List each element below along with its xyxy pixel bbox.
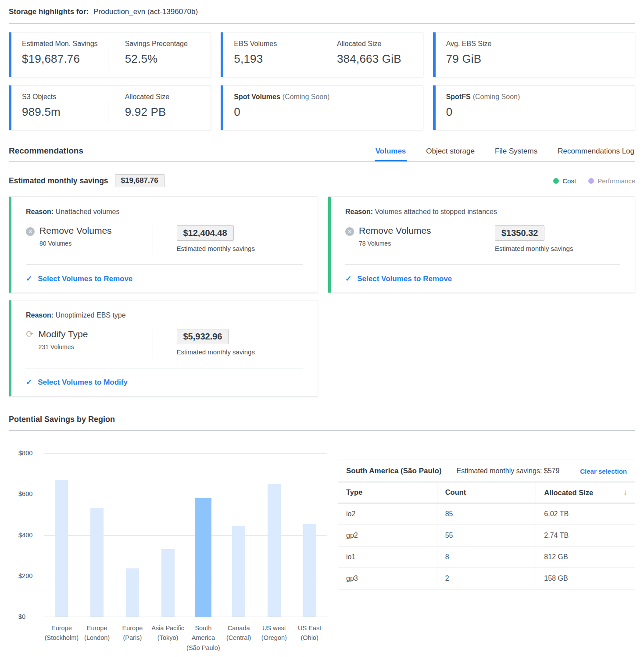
card-divider bbox=[26, 264, 303, 265]
cell-allocated-size: 6.02 TB bbox=[536, 503, 635, 525]
storage-highlight-cards: Estimated Mon. Savings $19,687.76 Saving… bbox=[9, 32, 635, 130]
y-axis-tick: $800 bbox=[18, 450, 32, 457]
table-row[interactable]: gp3 2 158 GB bbox=[338, 568, 635, 589]
column-count[interactable]: Count bbox=[437, 482, 536, 503]
cta-label: Select Volumes to Modify bbox=[38, 378, 128, 387]
bar[interactable] bbox=[90, 508, 104, 617]
stat-value: 52.5% bbox=[125, 52, 211, 66]
bar-column[interactable] bbox=[150, 453, 186, 617]
recommendations-title: Recommendations bbox=[9, 146, 83, 161]
stat-s3-allocated-size: Allocated Size 9.92 PB bbox=[108, 86, 211, 130]
bar[interactable] bbox=[126, 568, 139, 617]
x-axis-label: Asia Pacific(Tokyo) bbox=[150, 623, 186, 653]
bar[interactable] bbox=[268, 484, 281, 617]
y-axis-tick: $600 bbox=[18, 490, 32, 497]
cell-allocated-size: 2.74 TB bbox=[536, 525, 635, 546]
y-axis-tick: $400 bbox=[18, 532, 32, 539]
card-divider bbox=[345, 264, 620, 265]
stat-ebs-volumes: EBS Volumes 5,193 bbox=[223, 32, 320, 77]
bar-column[interactable] bbox=[292, 453, 327, 617]
savings-summary-label: Estimated monthly savings bbox=[9, 176, 108, 186]
bar-column[interactable] bbox=[257, 453, 292, 617]
bar[interactable] bbox=[303, 524, 316, 617]
card-estimated-savings: Estimated Mon. Savings $19,687.76 Saving… bbox=[9, 32, 211, 77]
tab-volumes[interactable]: Volumes bbox=[375, 147, 407, 161]
card-ebs-volumes: EBS Volumes 5,193 Allocated Size 384,663… bbox=[221, 32, 423, 77]
reco-savings: $5,932.96 Estimated monthly savings bbox=[153, 329, 304, 356]
savings-summary-value: $19,687.76 bbox=[115, 174, 165, 187]
recommendation-cards: Reason: Unattached volumes ✕ Remove Volu… bbox=[9, 196, 635, 396]
select-volumes-to-modify-link[interactable]: ✓ Select Volumes to Modify bbox=[26, 378, 303, 387]
stat-s3-objects: S3 Objects 989.5m bbox=[11, 86, 108, 130]
cell-allocated-size: 812 GB bbox=[536, 546, 635, 568]
stat-ebs-allocated-size: Allocated Size 384,663 GiB bbox=[320, 32, 423, 77]
tabs-divider bbox=[9, 161, 635, 162]
selected-region-name: South America (São Paulo) bbox=[346, 467, 442, 475]
sort-desc-icon[interactable]: ↓ bbox=[623, 488, 627, 497]
stat-savings-percentage: Savings Precentage 52.5% bbox=[108, 32, 211, 77]
bar-column[interactable] bbox=[186, 453, 221, 617]
savings-amount: $12,404.48 bbox=[177, 225, 234, 241]
select-volumes-to-remove-link[interactable]: ✓ Select Volumes to Remove bbox=[26, 274, 303, 283]
x-axis-label: Europe(London) bbox=[79, 623, 115, 653]
reco-action-text: Remove Volumes 78 Volumes bbox=[359, 225, 431, 247]
table-row[interactable]: io1 8 812 GB bbox=[338, 546, 635, 568]
bar-selected[interactable] bbox=[195, 498, 211, 617]
action-count: 78 Volumes bbox=[359, 240, 431, 247]
savings-caption: Estimated monthly savings bbox=[495, 245, 620, 252]
savings-amount: $5,932.96 bbox=[177, 329, 229, 344]
column-label: Allocated Size bbox=[544, 489, 593, 497]
stat-value: 5,193 bbox=[234, 52, 320, 66]
table-row[interactable]: gp2 55 2.74 TB bbox=[338, 525, 635, 546]
stat-label: Savings Precentage bbox=[125, 40, 211, 48]
recommendations-header: Recommendations Volumes Object storage F… bbox=[9, 146, 635, 161]
savings-caption: Estimated monthly savings bbox=[177, 245, 304, 252]
bar-column[interactable] bbox=[115, 453, 150, 617]
bar-column[interactable] bbox=[44, 453, 79, 617]
tab-file-systems[interactable]: File Systems bbox=[494, 147, 538, 161]
stat-value: 989.5m bbox=[22, 105, 108, 119]
stat-label: Spot Volumes(Coming Soon) bbox=[234, 93, 422, 101]
reco-action: ⟳ Modify Type 231 Volumes bbox=[26, 329, 153, 350]
coming-soon-label: (Coming Soon) bbox=[473, 93, 520, 100]
action-title: Remove Volumes bbox=[39, 225, 112, 236]
performance-dot-icon bbox=[588, 178, 594, 184]
reason-line: Reason: Unattached volumes bbox=[26, 208, 303, 216]
x-axis-label: Europe(Paris) bbox=[115, 623, 150, 653]
bar[interactable] bbox=[232, 526, 245, 617]
tab-object-storage[interactable]: Object storage bbox=[425, 147, 476, 161]
reco-card-unattached-volumes: Reason: Unattached volumes ✕ Remove Volu… bbox=[9, 196, 318, 293]
card-spot-volumes: Spot Volumes(Coming Soon) 0 bbox=[221, 85, 423, 130]
tab-recommendations-log[interactable]: Recommendations Log bbox=[557, 147, 635, 161]
bar-column[interactable] bbox=[221, 453, 257, 617]
savings-summary-row: Estimated monthly savings $19,687.76 Cos… bbox=[9, 174, 635, 187]
clear-selection-link[interactable]: Clear selection bbox=[580, 468, 627, 475]
reco-card-unoptimized-ebs-type: Reason: Unoptimized EBS type ⟳ Modify Ty… bbox=[9, 300, 318, 396]
page-title-label: Storage highlights for: bbox=[9, 7, 89, 16]
reco-card-stopped-instances: Reason: Volumes attached to stopped inst… bbox=[328, 196, 635, 293]
bar[interactable] bbox=[161, 549, 175, 617]
x-axis-line bbox=[44, 617, 327, 617]
bar[interactable] bbox=[55, 480, 68, 617]
stat-avg-ebs-size: Avg. EBS Size 79 GiB bbox=[436, 32, 635, 77]
reco-action: ✕ Remove Volumes 80 Volumes bbox=[26, 225, 153, 247]
cta-label: Select Volumes to Remove bbox=[357, 275, 452, 283]
action-title: Modify Type bbox=[39, 329, 88, 339]
column-allocated-size[interactable]: Allocated Size ↓ bbox=[536, 482, 635, 503]
table-row[interactable]: io2 85 6.02 TB bbox=[338, 503, 635, 525]
chart-legend: Cost Performance bbox=[553, 177, 635, 185]
select-volumes-to-remove-link[interactable]: ✓ Select Volumes to Remove bbox=[345, 274, 620, 283]
column-type[interactable]: Type bbox=[338, 482, 437, 503]
cell-type: gp2 bbox=[338, 525, 437, 546]
cell-count: 8 bbox=[437, 546, 536, 568]
remove-circle-icon: ✕ bbox=[345, 227, 354, 236]
stat-value: 0 bbox=[446, 105, 635, 119]
recommendations-tabs: Volumes Object storage File Systems Reco… bbox=[375, 147, 635, 161]
remove-circle-icon: ✕ bbox=[26, 227, 35, 236]
reco-savings: $12,404.48 Estimated monthly savings bbox=[153, 225, 304, 252]
account-name: Production_evn (act-1396070b) bbox=[93, 7, 198, 16]
bar-column[interactable] bbox=[79, 453, 115, 617]
stat-label-name: Spot Volumes bbox=[234, 93, 280, 100]
savings-amount: $1350.32 bbox=[495, 225, 544, 241]
region-bar-chart-plot: $800 $600 $400 $200 $0 bbox=[9, 453, 327, 617]
